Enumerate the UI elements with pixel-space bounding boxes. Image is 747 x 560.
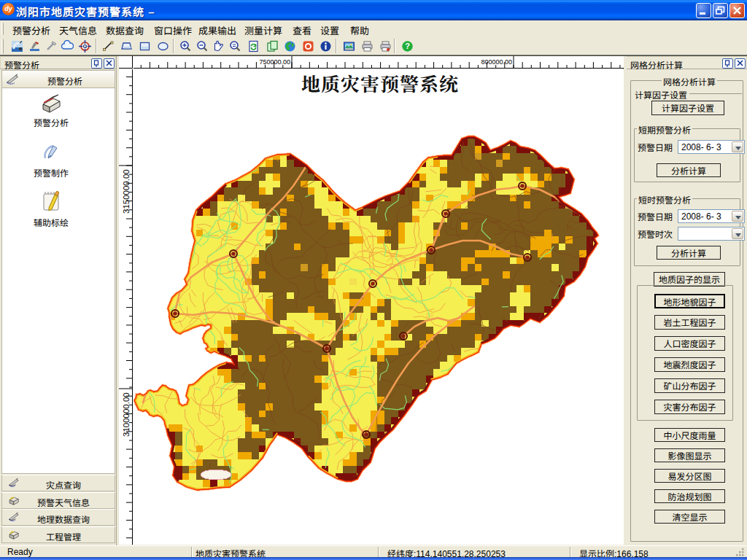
svg-text:800000.00: 800000.00	[481, 58, 512, 66]
svg-text:750000.00: 750000.00	[259, 58, 290, 66]
svg-text:3100000.00: 3100000.00	[122, 392, 131, 437]
svg-text:3150000.00: 3150000.00	[122, 169, 131, 214]
svg-text:?: ?	[405, 42, 410, 50]
